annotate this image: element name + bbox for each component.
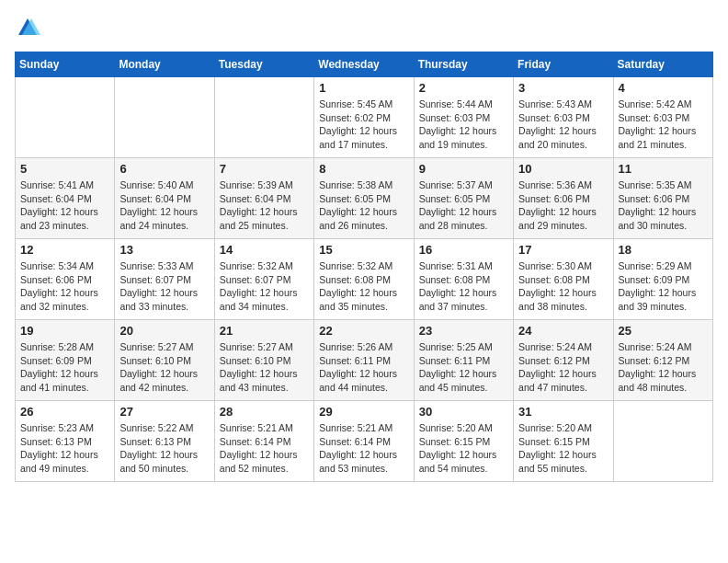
calendar-cell: 28Sunrise: 5:21 AM Sunset: 6:14 PM Dayli… — [214, 401, 313, 482]
calendar-cell: 15Sunrise: 5:32 AM Sunset: 6:08 PM Dayli… — [314, 239, 414, 320]
day-number: 26 — [20, 405, 109, 419]
calendar-week-1: 1Sunrise: 5:45 AM Sunset: 6:02 PM Daylig… — [16, 77, 713, 158]
calendar-week-5: 26Sunrise: 5:23 AM Sunset: 6:13 PM Dayli… — [16, 401, 713, 482]
day-number: 11 — [619, 162, 708, 176]
calendar-cell: 6Sunrise: 5:40 AM Sunset: 6:04 PM Daylig… — [115, 158, 214, 239]
day-number: 2 — [419, 81, 508, 95]
day-info: Sunrise: 5:26 AM Sunset: 6:11 PM Dayligh… — [319, 340, 408, 395]
calendar-cell: 31Sunrise: 5:20 AM Sunset: 6:15 PM Dayli… — [514, 401, 613, 482]
day-info: Sunrise: 5:30 AM Sunset: 6:08 PM Dayligh… — [518, 259, 608, 314]
day-number: 19 — [20, 324, 109, 338]
calendar-week-4: 19Sunrise: 5:28 AM Sunset: 6:09 PM Dayli… — [16, 320, 713, 401]
day-info: Sunrise: 5:43 AM Sunset: 6:03 PM Dayligh… — [518, 98, 608, 152]
day-info: Sunrise: 5:34 AM Sunset: 6:06 PM Dayligh… — [20, 259, 109, 314]
day-info: Sunrise: 5:23 AM Sunset: 6:13 PM Dayligh… — [20, 421, 109, 476]
calendar-cell: 1Sunrise: 5:45 AM Sunset: 6:02 PM Daylig… — [314, 77, 414, 158]
calendar-cell — [613, 401, 712, 482]
day-info: Sunrise: 5:31 AM Sunset: 6:08 PM Dayligh… — [419, 259, 508, 314]
day-info: Sunrise: 5:21 AM Sunset: 6:14 PM Dayligh… — [319, 421, 408, 476]
calendar-cell: 21Sunrise: 5:27 AM Sunset: 6:10 PM Dayli… — [214, 320, 313, 401]
calendar-cell: 20Sunrise: 5:27 AM Sunset: 6:10 PM Dayli… — [115, 320, 214, 401]
calendar-cell: 13Sunrise: 5:33 AM Sunset: 6:07 PM Dayli… — [115, 239, 214, 320]
calendar-cell: 4Sunrise: 5:42 AM Sunset: 6:03 PM Daylig… — [613, 77, 712, 158]
day-number: 8 — [319, 162, 408, 176]
calendar-header: SundayMondayTuesdayWednesdayThursdayFrid… — [16, 52, 713, 77]
day-number: 17 — [518, 243, 608, 257]
day-number: 25 — [619, 324, 708, 338]
day-number: 30 — [419, 405, 508, 419]
weekday-header-tuesday: Tuesday — [214, 52, 313, 77]
calendar-cell: 11Sunrise: 5:35 AM Sunset: 6:06 PM Dayli… — [613, 158, 712, 239]
day-info: Sunrise: 5:24 AM Sunset: 6:12 PM Dayligh… — [619, 340, 708, 395]
logo-icon — [15, 15, 40, 40]
day-number: 9 — [419, 162, 508, 176]
calendar-cell: 18Sunrise: 5:29 AM Sunset: 6:09 PM Dayli… — [613, 239, 712, 320]
page-header — [15, 15, 713, 40]
calendar-cell: 2Sunrise: 5:44 AM Sunset: 6:03 PM Daylig… — [414, 77, 513, 158]
calendar-table: SundayMondayTuesdayWednesdayThursdayFrid… — [15, 52, 713, 482]
day-info: Sunrise: 5:29 AM Sunset: 6:09 PM Dayligh… — [619, 259, 708, 314]
calendar-cell: 25Sunrise: 5:24 AM Sunset: 6:12 PM Dayli… — [613, 320, 712, 401]
day-info: Sunrise: 5:39 AM Sunset: 6:04 PM Dayligh… — [220, 178, 309, 233]
day-info: Sunrise: 5:24 AM Sunset: 6:12 PM Dayligh… — [518, 340, 608, 395]
day-number: 20 — [119, 324, 209, 338]
calendar-cell: 16Sunrise: 5:31 AM Sunset: 6:08 PM Dayli… — [414, 239, 513, 320]
weekday-header-wednesday: Wednesday — [314, 52, 414, 77]
calendar-week-3: 12Sunrise: 5:34 AM Sunset: 6:06 PM Dayli… — [16, 239, 713, 320]
weekday-header-friday: Friday — [514, 52, 613, 77]
day-info: Sunrise: 5:37 AM Sunset: 6:05 PM Dayligh… — [419, 178, 508, 233]
day-number: 28 — [220, 405, 309, 419]
day-info: Sunrise: 5:21 AM Sunset: 6:14 PM Dayligh… — [220, 421, 309, 476]
day-info: Sunrise: 5:44 AM Sunset: 6:03 PM Dayligh… — [419, 98, 508, 152]
calendar-cell: 14Sunrise: 5:32 AM Sunset: 6:07 PM Dayli… — [214, 239, 313, 320]
weekday-header-sunday: Sunday — [16, 52, 115, 77]
day-number: 18 — [619, 243, 708, 257]
day-info: Sunrise: 5:41 AM Sunset: 6:04 PM Dayligh… — [20, 178, 109, 233]
day-info: Sunrise: 5:20 AM Sunset: 6:15 PM Dayligh… — [419, 421, 508, 476]
day-number: 3 — [518, 81, 608, 95]
calendar-cell — [115, 77, 214, 158]
calendar-cell: 24Sunrise: 5:24 AM Sunset: 6:12 PM Dayli… — [514, 320, 613, 401]
day-number: 5 — [20, 162, 109, 176]
calendar-cell — [214, 77, 313, 158]
day-number: 24 — [518, 324, 608, 338]
calendar-cell: 5Sunrise: 5:41 AM Sunset: 6:04 PM Daylig… — [16, 158, 115, 239]
calendar-cell: 22Sunrise: 5:26 AM Sunset: 6:11 PM Dayli… — [314, 320, 414, 401]
calendar-week-2: 5Sunrise: 5:41 AM Sunset: 6:04 PM Daylig… — [16, 158, 713, 239]
day-number: 21 — [220, 324, 309, 338]
calendar-cell: 27Sunrise: 5:22 AM Sunset: 6:13 PM Dayli… — [115, 401, 214, 482]
day-info: Sunrise: 5:36 AM Sunset: 6:06 PM Dayligh… — [518, 178, 608, 233]
day-number: 29 — [319, 405, 408, 419]
day-info: Sunrise: 5:32 AM Sunset: 6:08 PM Dayligh… — [319, 259, 408, 314]
day-info: Sunrise: 5:40 AM Sunset: 6:04 PM Dayligh… — [119, 178, 209, 233]
logo — [15, 15, 44, 40]
day-info: Sunrise: 5:32 AM Sunset: 6:07 PM Dayligh… — [220, 259, 309, 314]
calendar-cell: 30Sunrise: 5:20 AM Sunset: 6:15 PM Dayli… — [414, 401, 513, 482]
calendar-cell: 26Sunrise: 5:23 AM Sunset: 6:13 PM Dayli… — [16, 401, 115, 482]
day-info: Sunrise: 5:27 AM Sunset: 6:10 PM Dayligh… — [220, 340, 309, 395]
day-number: 27 — [119, 405, 209, 419]
calendar-cell: 17Sunrise: 5:30 AM Sunset: 6:08 PM Dayli… — [514, 239, 613, 320]
calendar-cell: 3Sunrise: 5:43 AM Sunset: 6:03 PM Daylig… — [514, 77, 613, 158]
weekday-header-monday: Monday — [115, 52, 214, 77]
day-info: Sunrise: 5:28 AM Sunset: 6:09 PM Dayligh… — [20, 340, 109, 395]
calendar-cell: 12Sunrise: 5:34 AM Sunset: 6:06 PM Dayli… — [16, 239, 115, 320]
calendar-cell — [16, 77, 115, 158]
day-number: 14 — [220, 243, 309, 257]
day-number: 12 — [20, 243, 109, 257]
day-info: Sunrise: 5:25 AM Sunset: 6:11 PM Dayligh… — [419, 340, 508, 395]
day-info: Sunrise: 5:22 AM Sunset: 6:13 PM Dayligh… — [119, 421, 209, 476]
day-number: 7 — [220, 162, 309, 176]
day-info: Sunrise: 5:35 AM Sunset: 6:06 PM Dayligh… — [619, 178, 708, 233]
day-number: 31 — [518, 405, 608, 419]
calendar-cell: 10Sunrise: 5:36 AM Sunset: 6:06 PM Dayli… — [514, 158, 613, 239]
weekday-header-saturday: Saturday — [613, 52, 712, 77]
calendar-cell: 7Sunrise: 5:39 AM Sunset: 6:04 PM Daylig… — [214, 158, 313, 239]
day-info: Sunrise: 5:33 AM Sunset: 6:07 PM Dayligh… — [119, 259, 209, 314]
weekday-header-thursday: Thursday — [414, 52, 513, 77]
day-info: Sunrise: 5:20 AM Sunset: 6:15 PM Dayligh… — [518, 421, 608, 476]
calendar-cell: 8Sunrise: 5:38 AM Sunset: 6:05 PM Daylig… — [314, 158, 414, 239]
day-info: Sunrise: 5:45 AM Sunset: 6:02 PM Dayligh… — [319, 98, 408, 152]
calendar-cell: 23Sunrise: 5:25 AM Sunset: 6:11 PM Dayli… — [414, 320, 513, 401]
day-info: Sunrise: 5:42 AM Sunset: 6:03 PM Dayligh… — [619, 98, 708, 152]
